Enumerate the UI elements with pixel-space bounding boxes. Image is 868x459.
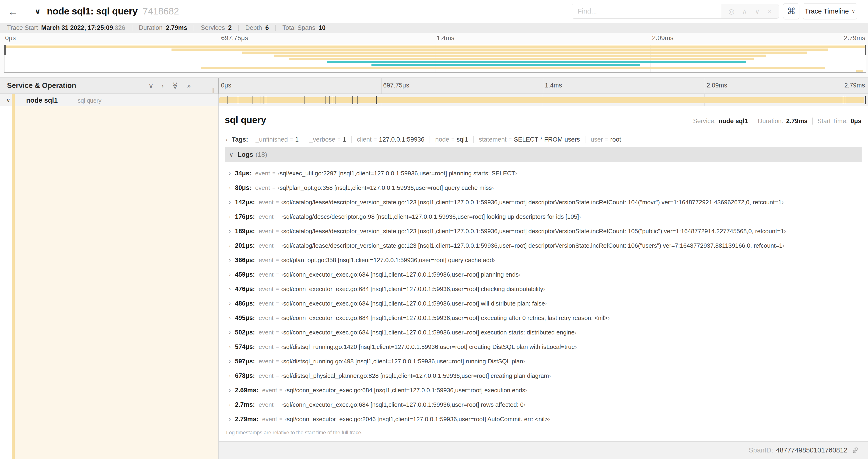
next-result-icon[interactable]: ∨: [755, 7, 760, 15]
collapse-all-icon[interactable]: ≫: [171, 82, 180, 89]
log-event-tick[interactable]: [376, 96, 377, 104]
equals-sign: =: [374, 136, 377, 143]
tag-key: _verbose: [309, 136, 335, 143]
span-duration-bar[interactable]: [219, 97, 864, 103]
tag-key: _unfinished: [255, 136, 288, 143]
find-input[interactable]: [572, 4, 721, 19]
equals-sign: =: [509, 136, 512, 143]
expand-one-icon[interactable]: ›: [161, 81, 164, 90]
tag-key: user: [591, 136, 603, 143]
chevron-down-icon[interactable]: ∨: [229, 151, 233, 158]
tag-key: statement: [479, 136, 506, 143]
page-title: node sql1: sql query: [47, 6, 138, 17]
log-field-key: event: [259, 372, 274, 380]
log-event-tick[interactable]: [304, 96, 305, 104]
tag-value: sql1: [457, 136, 468, 143]
log-entry-row[interactable]: › 80μs: event = ‹ sql/plan_opt.go:358 [n…: [225, 181, 862, 195]
log-event-tick[interactable]: [266, 96, 266, 104]
log-event-tick[interactable]: [843, 96, 843, 104]
log-event-tick[interactable]: [352, 96, 352, 104]
scrubber-right-handle[interactable]: [865, 45, 866, 55]
log-entry-row[interactable]: › 189μs: event = ‹ sql/catalog/lease/des…: [225, 224, 862, 238]
chevron-right-icon: ›: [229, 170, 231, 176]
log-entry-row[interactable]: › 201μs: event = ‹ sql/catalog/lease/des…: [225, 238, 862, 253]
log-event-tick[interactable]: [330, 96, 330, 104]
log-event-tick[interactable]: [336, 96, 336, 104]
log-event-tick[interactable]: [326, 96, 326, 104]
span-service-name: node sql1: [26, 97, 58, 104]
equals-sign: =: [290, 136, 293, 143]
log-entries: › 34μs: event = ‹ sql/exec_util.go:2297 …: [225, 162, 862, 426]
log-entry-row[interactable]: › 2.7ms: event = ‹ sql/conn_executor_exe…: [225, 397, 862, 412]
trace-info-label: Duration: [139, 24, 163, 31]
column-resizer-handle[interactable]: ∥: [212, 87, 215, 94]
log-entry-row[interactable]: › 176μs: event = ‹ sql/catalog/descs/des…: [225, 209, 862, 224]
log-event-tick[interactable]: [865, 96, 866, 104]
log-entry-row[interactable]: › 142μs: event = ‹ sql/catalog/lease/des…: [225, 195, 862, 209]
log-field-value: sql/exec_util.go:2297 [nsql1,client=127.…: [280, 170, 515, 177]
title-collapse-chevron-icon[interactable]: ∨: [34, 7, 41, 16]
open-quote: ‹: [281, 358, 283, 365]
log-entry-row[interactable]: › 678μs: event = ‹ sql/distsql_physical_…: [225, 368, 862, 383]
log-timestamp: 2.69ms:: [235, 387, 258, 394]
expand-all-icon[interactable]: »: [187, 81, 191, 90]
collapse-one-icon[interactable]: ∨: [148, 81, 154, 90]
focus-target-icon[interactable]: ◎: [728, 7, 734, 15]
log-event-tick[interactable]: [238, 96, 238, 104]
logs-section-header[interactable]: ∨ Logs (18): [225, 147, 862, 162]
span-row[interactable]: ∨ node sql1 sql query: [0, 94, 868, 106]
log-event-tick[interactable]: [845, 96, 845, 104]
log-event-tick[interactable]: [334, 96, 334, 104]
log-entry-row[interactable]: › 366μs: event = ‹ sql/plan_opt.go:358 […: [225, 253, 862, 267]
keyboard-shortcuts-button[interactable]: ⌘: [783, 3, 799, 19]
chevron-right-icon[interactable]: ›: [226, 136, 227, 143]
overview-label: Duration:: [758, 118, 783, 125]
trace-info-label: Depth: [245, 24, 262, 31]
log-event-tick[interactable]: [332, 96, 332, 104]
log-field-value: sql/catalog/lease/descriptor_version_sta…: [283, 242, 783, 249]
log-entry-row[interactable]: › 495μs: event = ‹ sql/conn_executor_exe…: [225, 311, 862, 325]
log-event-tick[interactable]: [252, 96, 252, 104]
minimap-span-bar: [274, 55, 766, 57]
log-event-tick[interactable]: [227, 96, 227, 104]
prev-result-icon[interactable]: ∧: [742, 7, 747, 15]
log-entry-row[interactable]: › 476μs: event = ‹ sql/conn_executor_exe…: [225, 282, 862, 296]
scrubber-left-handle[interactable]: [4, 45, 6, 55]
close-quote: ›: [525, 387, 527, 394]
log-event-tick[interactable]: [263, 96, 264, 104]
log-field-value: sql/conn_executor_exec.go:684 [nsql1,cli…: [283, 329, 575, 336]
log-entry-row[interactable]: › 597μs: event = ‹ sql/distsql_running.g…: [225, 354, 862, 368]
logs-label: Logs: [238, 151, 253, 158]
log-timestamp: 2.79ms:: [235, 416, 258, 423]
log-entry-row[interactable]: › 2.69ms: event = ‹ sql/conn_executor_ex…: [225, 383, 862, 397]
log-entry-row[interactable]: › 574μs: event = ‹ sql/distsql_running.g…: [225, 339, 862, 354]
timeline-header: 0μs 697.75μs 1.4ms 2.09ms 2.79ms: [218, 78, 868, 94]
equals-sign: =: [276, 286, 279, 292]
log-field-value: sql/conn_executor_exec.go:684 [nsql1,cli…: [283, 286, 543, 293]
log-entry-row[interactable]: › 459μs: event = ‹ sql/conn_executor_exe…: [225, 267, 862, 282]
equals-sign: =: [276, 373, 279, 379]
log-event-tick[interactable]: [260, 96, 260, 104]
log-entry-row[interactable]: › 502μs: event = ‹ sql/conn_executor_exe…: [225, 325, 862, 339]
log-entry-row[interactable]: › 2.79ms: event = ‹ sql/conn_executor_ex…: [225, 412, 862, 426]
back-button[interactable]: ←: [0, 0, 26, 23]
span-detail-header: sql query Service: node sql1 Duration: 2…: [225, 106, 862, 132]
open-quote: ‹: [281, 228, 283, 235]
clear-search-icon[interactable]: ×: [768, 7, 772, 15]
ruler-tick-label: 2.79ms: [844, 82, 865, 89]
link-icon[interactable]: [851, 447, 859, 454]
minimap-span-bar: [371, 64, 640, 66]
log-timestamp: 486μs:: [235, 300, 255, 307]
overview-value: node sql1: [719, 118, 748, 125]
tags-row[interactable]: › Tags: _unfinished = 1 _verbose = 1 cli…: [225, 132, 862, 147]
log-field-key: event: [259, 401, 274, 408]
minimap-canvas[interactable]: [4, 45, 866, 72]
close-quote: ›: [519, 271, 521, 278]
view-type-dropdown[interactable]: Trace Timeline ∨: [803, 3, 857, 19]
log-event-tick[interactable]: [358, 96, 358, 104]
log-entry-row[interactable]: › 34μs: event = ‹ sql/exec_util.go:2297 …: [225, 166, 862, 181]
log-field-key: event: [259, 271, 274, 278]
span-collapse-chevron-icon[interactable]: ∨: [6, 94, 10, 106]
equals-sign: =: [276, 358, 279, 364]
log-entry-row[interactable]: › 486μs: event = ‹ sql/conn_executor_exe…: [225, 296, 862, 311]
